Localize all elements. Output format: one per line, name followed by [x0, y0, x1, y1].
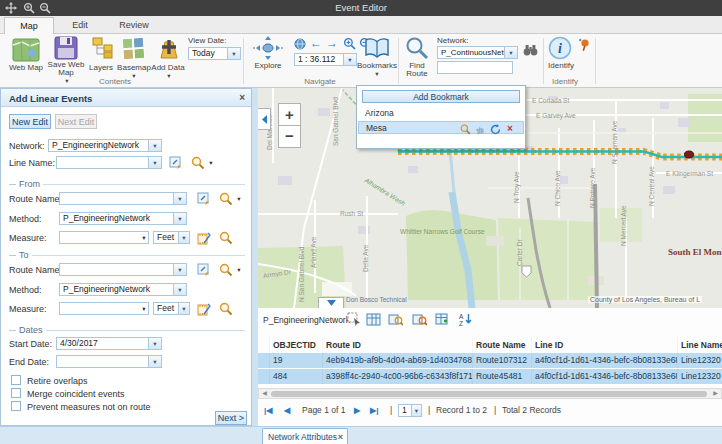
save-web-map-button[interactable] — [52, 36, 80, 62]
merge-coincident-checkbox[interactable] — [11, 388, 21, 398]
map-zoom-out-button[interactable]: − — [278, 125, 301, 148]
find-route-button[interactable] — [402, 36, 432, 62]
view-date-select[interactable]: Today — [188, 47, 228, 60]
from-measure-field[interactable] — [59, 231, 149, 244]
collapse-panel-tab[interactable] — [258, 108, 271, 130]
add-selected-icon[interactable] — [435, 312, 450, 327]
table-h-scrollbar[interactable]: ◀ ▶ — [258, 388, 722, 399]
network-field[interactable]: P_EngineeringNetwork — [48, 139, 149, 152]
col-route-name[interactable]: Route Name — [473, 337, 532, 353]
from-method-field[interactable]: P_EngineeringNetwork — [59, 212, 174, 225]
row-gutter[interactable] — [258, 353, 270, 368]
to-units-caret-icon[interactable]: ▾ — [179, 302, 190, 315]
page-number-caret-icon[interactable]: ▾ — [412, 404, 422, 417]
to-units-select[interactable]: Feet — [153, 302, 179, 315]
line-name-field[interactable] — [56, 156, 149, 169]
select-records-icon[interactable] — [347, 312, 362, 327]
col-line-name[interactable]: Line Name — [678, 337, 722, 353]
binoculars-icon[interactable] — [523, 43, 538, 57]
bookmarks-caret-icon[interactable]: ▾ — [373, 71, 381, 77]
scroll-right-arrow[interactable]: ▶ — [711, 390, 720, 397]
to-measure-field[interactable] — [59, 302, 149, 315]
from-method-caret-icon[interactable]: ▾ — [174, 212, 187, 225]
next-edit-button[interactable]: Next Edit — [55, 114, 97, 129]
next-page-icon[interactable]: ▶ — [354, 404, 360, 417]
pushpin-icon[interactable] — [577, 38, 591, 52]
col-objectid[interactable]: OBJECTID — [270, 337, 323, 353]
new-edit-button[interactable]: New Edit — [9, 114, 51, 129]
zoom-to-selected-icon[interactable] — [388, 312, 403, 327]
sort-icon[interactable]: AZ — [458, 312, 473, 327]
to-zoom-route-caret-icon[interactable]: ▾ — [235, 267, 243, 273]
to-measure-caret-icon[interactable]: ▾ — [140, 306, 148, 312]
route-input[interactable] — [437, 61, 513, 74]
pan-to-selected-icon[interactable] — [412, 312, 427, 327]
zoom-to-line-icon[interactable] — [191, 156, 205, 170]
from-units-caret-icon[interactable]: ▾ — [179, 231, 190, 244]
scroll-left-arrow[interactable]: ◀ — [260, 390, 269, 397]
table-icon[interactable] — [366, 312, 381, 327]
end-date-caret-icon[interactable]: ▾ — [149, 355, 162, 368]
globe-icon[interactable] — [294, 38, 306, 50]
row-gutter[interactable] — [258, 369, 270, 384]
tab-map[interactable]: Map — [4, 17, 54, 34]
network-attributes-tab[interactable]: Network Attributes × — [262, 428, 348, 444]
network-attributes-close-icon[interactable]: × — [338, 432, 343, 442]
bookmark-pan-icon[interactable] — [475, 124, 486, 135]
from-select-route-icon[interactable] — [197, 192, 211, 206]
to-method-field[interactable]: P_EngineeringNetwork — [59, 283, 174, 296]
bookmark-item-mesa[interactable]: Mesa × — [358, 121, 524, 134]
next-step-button[interactable]: Next > — [215, 411, 247, 425]
line-name-caret-icon[interactable]: ▾ — [149, 156, 162, 169]
bookmarks-button[interactable] — [362, 36, 392, 62]
to-route-name-caret-icon[interactable]: ▾ — [174, 263, 187, 276]
bookmark-zoom-icon[interactable] — [460, 124, 471, 135]
start-date-caret-icon[interactable]: ▾ — [149, 337, 162, 350]
from-measure-zoom-icon[interactable] — [219, 231, 233, 245]
collapse-table-tab[interactable] — [318, 297, 344, 308]
to-select-route-icon[interactable] — [197, 263, 211, 277]
tab-edit[interactable]: Edit — [56, 17, 104, 33]
to-method-caret-icon[interactable]: ▾ — [174, 283, 187, 296]
from-route-name-caret-icon[interactable]: ▾ — [174, 192, 187, 205]
save-web-map-caret-icon[interactable]: ▾ — [63, 78, 71, 84]
add-bookmark-button[interactable]: Add Bookmark — [362, 90, 520, 103]
network-field-caret-icon[interactable]: ▾ — [149, 139, 162, 152]
prevent-measures-checkbox[interactable] — [11, 401, 21, 411]
col-route-id[interactable]: Route ID — [323, 337, 473, 353]
select-line-on-map-icon[interactable] — [169, 156, 183, 170]
from-units-select[interactable]: Feet — [153, 231, 179, 244]
to-zoom-route-icon[interactable] — [219, 263, 233, 277]
map-zoom-in-button[interactable]: + — [278, 103, 301, 126]
table-row[interactable]: 484 a398ff4c-2940-4c00-96b6-c6343f8f1711… — [258, 369, 722, 385]
from-measure-caret-icon[interactable]: ▾ — [140, 235, 148, 241]
col-line-id[interactable]: Line ID — [532, 337, 678, 353]
map-zoom-in-icon[interactable] — [343, 37, 356, 50]
bookmark-item-arizona[interactable]: Arizona — [358, 107, 524, 120]
scroll-thumb[interactable] — [271, 391, 707, 398]
from-zoom-route-icon[interactable] — [219, 192, 233, 206]
forward-extent-icon[interactable]: → — [326, 36, 338, 50]
to-route-name-field[interactable] — [59, 263, 174, 276]
retire-overlaps-checkbox[interactable] — [11, 375, 21, 385]
back-extent-icon[interactable]: ← — [310, 36, 322, 50]
tab-review[interactable]: Review — [108, 17, 160, 33]
to-measure-zoom-icon[interactable] — [219, 302, 233, 316]
start-date-field[interactable]: 4/30/2017 — [56, 337, 149, 350]
add-data-caret-icon[interactable]: ▾ — [165, 73, 173, 79]
first-page-icon[interactable]: |◀ — [264, 404, 272, 417]
from-route-name-field[interactable] — [59, 192, 174, 205]
page-number-select[interactable]: 1 — [398, 404, 412, 417]
scale-input[interactable]: 1 : 36.112 — [294, 53, 344, 66]
table-row[interactable]: 19 4eb9419b-af9b-4d04-ab69-1d403476802b … — [258, 353, 722, 369]
panel-close-icon[interactable]: × — [239, 92, 245, 103]
identify-button[interactable]: i — [548, 36, 574, 62]
network-caret-icon[interactable]: ▾ — [505, 46, 518, 59]
layers-button[interactable] — [88, 36, 116, 62]
last-page-icon[interactable]: ▶| — [370, 404, 378, 417]
prev-page-icon[interactable]: ◀ — [284, 404, 290, 417]
view-date-caret-icon[interactable]: ▾ — [228, 47, 241, 60]
zoom-to-line-caret-icon[interactable]: ▾ — [207, 160, 215, 166]
from-measure-tool-icon[interactable] — [197, 231, 211, 245]
basemap-button[interactable] — [120, 36, 148, 62]
